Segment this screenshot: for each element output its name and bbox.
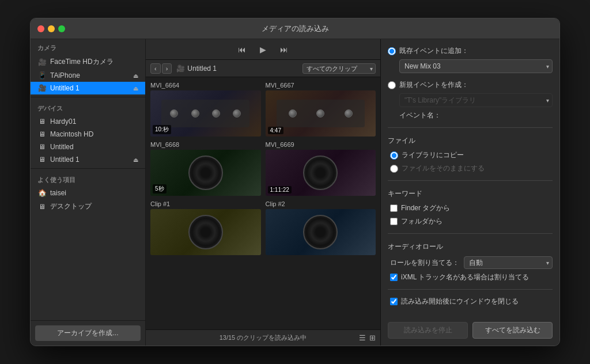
nav-arrows: ‹ › <box>150 63 172 74</box>
clip-thumbnail[interactable] <box>150 209 261 255</box>
ixml-checkbox[interactable] <box>390 274 398 281</box>
close-button[interactable] <box>37 25 44 32</box>
close-window-row: 読み込み開始後にウインドウを閉じる <box>390 297 553 306</box>
create-new-event-radio[interactable] <box>388 81 396 89</box>
clip-thumbnail[interactable]: 1:11:22 <box>266 150 376 196</box>
clip-thumbnail[interactable]: 4:47 <box>266 90 376 136</box>
clip-thumbnail[interactable] <box>266 209 376 255</box>
clip-thumbnail[interactable]: 10:秒 <box>150 90 261 136</box>
titlebar: メディアの読み込み <box>31 18 559 39</box>
copy-to-library-radio[interactable] <box>390 151 398 160</box>
ixml-label: iXML トラック名がある場合は割り当てる <box>401 272 529 282</box>
clip-name: MVI_6664 <box>150 82 261 89</box>
existing-event-dropdown[interactable]: New Mix 03 <box>399 59 553 73</box>
new-event-library-dropdown[interactable]: "T's Library"ライブラリ <box>399 93 553 107</box>
keep-files-row: ファイルをそのままにする <box>390 164 553 173</box>
clip-duration: 5秒 <box>153 184 167 194</box>
media-nav-bar: ‹ › 🎥 Untitled 1 すべてのクリップ 未使用のクリップ 使用済みの… <box>146 60 380 77</box>
clip-name: MVI_6669 <box>266 141 376 148</box>
close-window-checkbox[interactable] <box>390 298 398 305</box>
sidebar-item-taisei[interactable]: 🏠 taisei <box>31 187 145 199</box>
sidebar-item-facetime[interactable]: 🎥 FaceTime HDカメラ <box>31 55 145 69</box>
sidebar-item-label: taisei <box>50 189 66 197</box>
camera-icon: 🎥 <box>37 58 47 66</box>
audio-role-section: オーディオロール ロールを割り当てる： 自動 ダイアログ ミュージック エフェク… <box>388 241 553 282</box>
add-existing-event-radio[interactable] <box>388 47 396 55</box>
sidebar-item-untitled1-device[interactable]: 🖥 Untitled 1 ⏏ <box>31 153 145 166</box>
sidebar-item-desktop[interactable]: 🖥 デスクトップ <box>31 199 145 214</box>
ixml-row: iXML トラック名がある場合は割り当てる <box>390 272 553 282</box>
clip-duration: 4:47 <box>268 127 283 134</box>
filter-select[interactable]: すべてのクリップ 未使用のクリップ 使用済みのクリップ <box>302 63 376 74</box>
minimize-button[interactable] <box>48 25 55 32</box>
location-label: Untitled 1 <box>187 65 217 73</box>
main-window: メディアの読み込み カメラ 🎥 FaceTime HDカメラ 📱 TAiPhon… <box>30 18 560 346</box>
skip-forward-button[interactable]: ⏭ <box>277 43 292 56</box>
import-all-button[interactable]: すべてを読み込む <box>472 322 553 339</box>
sidebar-item-macintosh[interactable]: 🖥 Macintosh HD <box>31 128 145 141</box>
maximize-button[interactable] <box>58 25 65 32</box>
keep-files-radio[interactable] <box>390 165 398 173</box>
archive-button[interactable]: アーカイブを作成... <box>35 325 141 341</box>
clip-duration: 10:秒 <box>153 125 171 134</box>
vinyl-visual <box>303 156 338 190</box>
sidebar-item-untitled[interactable]: 🖥 Untitled <box>31 141 145 153</box>
eject-icon: ⏏ <box>133 85 138 92</box>
role-dropdown-wrap: 自動 ダイアログ ミュージック エフェクト <box>464 256 553 269</box>
finder-tags-checkbox[interactable] <box>390 204 398 212</box>
phone-icon: 📱 <box>37 71 47 79</box>
stop-import-button[interactable]: 読み込みを停止 <box>388 322 468 339</box>
sidebar: カメラ 🎥 FaceTime HDカメラ 📱 TAiPhone ⏏ 🎥 Unti… <box>31 39 146 346</box>
clip-thumbnail[interactable]: 5秒 <box>150 150 261 196</box>
drive-icon: 🖥 <box>37 117 47 126</box>
knobs-visual <box>161 100 249 127</box>
divider <box>388 289 553 290</box>
assign-role-label: ロールを割り当てる： <box>390 258 459 268</box>
knob <box>316 109 324 117</box>
camera-section-label: カメラ <box>31 39 145 55</box>
assign-role-row: ロールを割り当てる： 自動 ダイアログ ミュージック エフェクト <box>390 256 553 269</box>
status-text: 13/15 のクリップを読み込み中 <box>220 333 307 342</box>
add-to-event-section: 既存イベントに追加： New Mix 03 <box>388 46 553 73</box>
nav-back-button[interactable]: ‹ <box>150 63 161 74</box>
desktop-icon: 🖥 <box>37 203 47 211</box>
list-view-button[interactable]: ☰ <box>359 333 366 342</box>
grid-view-button[interactable]: ⊞ <box>369 333 376 342</box>
bottom-buttons: 読み込みを停止 すべてを読み込む <box>388 322 553 339</box>
clip-name: MVI_6668 <box>150 141 261 148</box>
sidebar-item-label: Hardy01 <box>50 117 76 126</box>
play-button[interactable]: ▶ <box>256 43 270 56</box>
folders-checkbox[interactable] <box>390 218 398 225</box>
drive-icon: 🖥 <box>37 130 47 138</box>
sidebar-item-label: TAiPhone <box>50 71 80 79</box>
skip-back-button[interactable]: ⏮ <box>235 43 249 56</box>
knob <box>170 109 178 117</box>
status-icons: ☰ ⊞ <box>359 333 376 342</box>
divider <box>388 233 553 234</box>
camera-icon: 🎥 <box>37 84 47 92</box>
window-title: メディアの読み込み <box>262 24 329 34</box>
create-new-event-row: 新規イベントを作成： <box>388 80 553 90</box>
create-event-section: 新規イベントを作成： "T's Library"ライブラリ イベント名： <box>388 80 553 120</box>
keep-files-label: ファイルをそのままにする <box>402 164 485 173</box>
add-existing-event-label: 既存イベントに追加： <box>399 46 468 56</box>
favorites-section-label: よく使う項目 <box>31 171 145 187</box>
nav-forward-button[interactable]: › <box>162 63 172 74</box>
sidebar-item-untitled1-camera[interactable]: 🎥 Untitled 1 ⏏ <box>31 82 145 94</box>
audio-role-section-title: オーディオロール <box>388 241 553 253</box>
filter-dropdown: すべてのクリップ 未使用のクリップ 使用済みのクリップ <box>302 63 376 74</box>
sidebar-item-label: FaceTime HDカメラ <box>50 57 114 67</box>
keywords-section: キーワード Finder タグから フォルダから <box>388 188 553 226</box>
sidebar-item-hardy01[interactable]: 🖥 Hardy01 <box>31 115 145 128</box>
event-name-label: イベント名： <box>399 111 441 120</box>
sidebar-item-taiphone[interactable]: 📱 TAiPhone ⏏ <box>31 69 145 82</box>
sidebar-item-label: Untitled <box>50 143 74 151</box>
knob <box>233 109 241 117</box>
finder-tags-row: Finder タグから <box>390 203 553 213</box>
role-dropdown[interactable]: 自動 ダイアログ ミュージック エフェクト <box>464 256 553 269</box>
clip-name: Clip #2 <box>266 200 376 207</box>
eject-icon: ⏏ <box>133 73 138 79</box>
list-item: Clip #2 <box>266 200 376 255</box>
divider <box>388 180 553 181</box>
thumb-overlay <box>266 209 376 255</box>
